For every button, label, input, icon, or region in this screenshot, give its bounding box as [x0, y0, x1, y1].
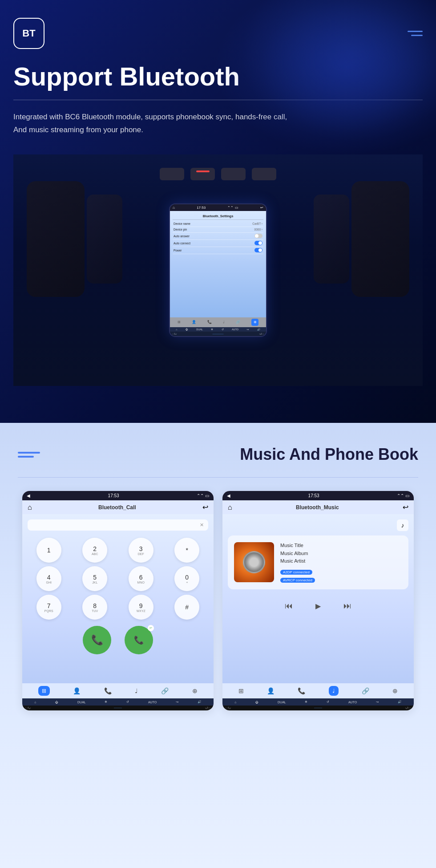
music-back: ↩	[403, 503, 408, 511]
call-topbar: ◀ 17:53 ⌃⌃ ▭	[22, 491, 214, 500]
music-nav-bar: ← 0 ↙ ——— ↘ 0 →	[222, 706, 414, 710]
title-divider	[13, 100, 423, 100]
dial-8[interactable]: 8TUV	[82, 595, 107, 620]
music-bt-icon[interactable]: ⊕	[392, 687, 398, 694]
call-back-arrow: ◀	[27, 493, 30, 498]
music-note-bar: ♪	[228, 519, 408, 531]
toggle-power[interactable]	[254, 248, 262, 252]
icon-grid[interactable]: ⊞	[178, 320, 181, 324]
screen-bottom-row: ← 0 ↙ ————— ↘ 0 →	[170, 332, 266, 336]
vent-row	[160, 168, 276, 180]
music-album: Music Album	[280, 550, 402, 558]
dial-star[interactable]: *	[174, 538, 199, 563]
call-screen-title: Bluetooth_Call	[98, 504, 136, 511]
hero-description: Integrated with BC6 Bluetooth module, su…	[13, 111, 316, 137]
dial-9[interactable]: 9WXYZ	[129, 595, 153, 620]
music-screen-card: ◀ 17:53 ⌃⌃ ▭ ⌂ Bluetooth_Music ↩ ♪	[222, 491, 414, 710]
call-bottom-bar: ⌂ ⏻ DUAL ❄ ↺ AUTO ↝ 🔊	[22, 698, 214, 706]
call-navbar: ⌂ Bluetooth_Call ↩	[22, 500, 214, 514]
icon-music[interactable]: ♩	[223, 320, 225, 324]
music-person-icon[interactable]: 👤	[267, 687, 275, 694]
section-lines	[18, 452, 40, 458]
call-search-bar[interactable]: ✕	[28, 519, 208, 531]
dial-1[interactable]: 1	[36, 538, 61, 563]
dial-hash[interactable]: #	[174, 595, 199, 620]
logo-text: BT	[22, 28, 35, 39]
call-grid-icon-active[interactable]: ⊞	[38, 686, 50, 696]
settings-row-power: Power	[173, 247, 263, 254]
screen-bt-title: Bluetooth_Settings	[173, 213, 263, 220]
call-bt-icon[interactable]: ⊕	[192, 687, 198, 694]
dial-4[interactable]: 4GHI	[36, 566, 61, 591]
screen-ctrl-row: ⌂ ⏻ DUAL ❄ ↺ AUTO ↝ 🔊	[170, 327, 266, 332]
play-button[interactable]: ▶	[310, 598, 326, 614]
music-bottom-icons: ⊞ 👤 📞 ♩ 🔗 ⊕	[222, 683, 414, 698]
dial-2[interactable]: 2ABC	[82, 538, 107, 563]
central-screen: ⌂ 17:53 ⌃⌃ ▭ ↩ Bluetooth_Settings Device…	[169, 203, 267, 337]
music-note-icon[interactable]: ♪	[397, 519, 408, 531]
icon-link[interactable]: 🔗	[236, 320, 240, 324]
call-content: ✕ 1 2ABC 3DEF * 4GHI 5JKL 6MNO 0+ 7PQRS …	[22, 514, 214, 683]
call-button[interactable]: 📞	[83, 626, 111, 654]
music-navbar: ⌂ Bluetooth_Music ↩	[222, 500, 414, 514]
section-header: Music And Phone Book	[18, 445, 418, 464]
dial-6[interactable]: 6MNO	[129, 566, 153, 591]
call-back: ↩	[202, 503, 208, 511]
music-home: ⌂	[228, 503, 232, 511]
music-note-icon-active[interactable]: ♩	[329, 686, 339, 696]
music-status-icons: ⌃⌃ ▭	[397, 493, 409, 498]
prev-track-button[interactable]: ⏮	[281, 598, 297, 614]
icon-bluetooth-active[interactable]: ⊕	[251, 319, 258, 326]
dial-3[interactable]: 3DEF	[129, 538, 153, 563]
screen-icon-row: ⊞ 👤 📞 ♩ 🔗 ⊕	[170, 317, 266, 327]
bt-logo: BT	[13, 18, 44, 49]
call-person-icon[interactable]: 👤	[73, 687, 81, 694]
call-bottom-icons: ⊞ 👤 📞 ♩ 🔗 ⊕	[22, 683, 214, 698]
settings-row-device-name: Device name CarBT ›	[173, 221, 263, 227]
badge-avrcp: AVRCP connected	[280, 578, 315, 583]
music-artist: Music Artist	[280, 557, 402, 565]
hamburger-menu[interactable]	[408, 31, 423, 36]
car-scene: ⌂ 17:53 ⌃⌃ ▭ ↩ Bluetooth_Settings Device…	[13, 154, 423, 386]
call-status-icons: ⌃⌃ ▭	[197, 493, 209, 498]
call-screen-card: ◀ 17:53 ⌃⌃ ▭ ⌂ Bluetooth_Call ↩ ✕ 1 2ABC…	[22, 491, 214, 710]
cd-icon	[243, 551, 265, 573]
call-phone-icon[interactable]: 📞	[104, 687, 112, 694]
hero-header: BT	[13, 18, 423, 49]
call-time: 17:53	[108, 493, 119, 498]
clear-icon[interactable]: ✕	[200, 522, 204, 528]
settings-row-auto-answer: Auto answer	[173, 233, 263, 240]
screen-time: 17:53	[197, 206, 206, 210]
music-controls: ⏮ ▶ ⏭	[228, 598, 408, 614]
badge-a2dp: A2DP connected	[280, 570, 312, 575]
section-divider	[18, 477, 418, 478]
call-nav-bar: ← 0 ↙ ——— ↘ 0 →	[22, 706, 214, 710]
desc-line2: And music streaming from your phone.	[13, 126, 143, 134]
call-link-icon[interactable]: 🔗	[161, 687, 169, 694]
dial-5[interactable]: 5JKL	[82, 566, 107, 591]
hero-section: BT Support Bluetooth Integrated with BC6…	[0, 0, 436, 423]
screen-back: ↩	[260, 206, 263, 210]
music-time: 17:53	[308, 493, 319, 498]
icon-person[interactable]: 👤	[192, 320, 196, 324]
call-actions: 📞 📞 ↩	[28, 626, 208, 654]
call-music-icon[interactable]: ♩	[135, 687, 138, 694]
music-link-icon[interactable]: 🔗	[362, 687, 369, 694]
toggle-auto-connect[interactable]	[254, 241, 262, 245]
lower-section: Music And Phone Book ◀ 17:53 ⌃⌃ ▭ ⌂ Blue…	[0, 423, 436, 868]
screen-home: ⌂	[173, 206, 175, 210]
music-phone-icon[interactable]: 📞	[298, 687, 305, 694]
music-title: Music Title	[280, 542, 402, 550]
settings-row-pin: Device pin 0000 ›	[173, 227, 263, 233]
music-grid-icon[interactable]: ⊞	[238, 687, 244, 694]
next-track-button[interactable]: ⏭	[339, 598, 355, 614]
section-title: Music And Phone Book	[240, 445, 418, 464]
redial-button[interactable]: 📞 ↩	[125, 626, 153, 654]
screen-status: ⌃⌃ ▭	[227, 206, 238, 210]
dial-7[interactable]: 7PQRS	[36, 595, 61, 620]
music-content: ♪ Music Title Music Album Music Artist A…	[222, 514, 414, 683]
toggle-auto-answer[interactable]	[254, 234, 262, 238]
dial-0[interactable]: 0+	[174, 566, 199, 591]
music-bottom-bar: ⌂ ⏻ DUAL ❄ ↺ AUTO ↝ 🔊	[222, 698, 414, 706]
icon-phone[interactable]: 📞	[207, 320, 212, 324]
